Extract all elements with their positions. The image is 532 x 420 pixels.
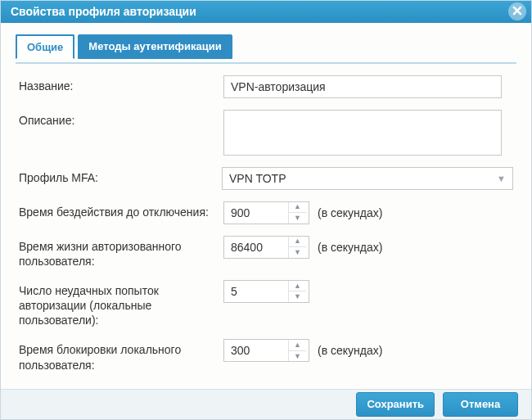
save-button-label: Сохранить	[367, 398, 424, 410]
spinner-down-icon[interactable]: ▼	[289, 212, 306, 224]
fail-spinner[interactable]: ▲ ▼	[223, 280, 309, 303]
block-unit: (в секундах)	[318, 344, 382, 357]
description-input[interactable]	[223, 110, 502, 156]
name-input[interactable]	[223, 75, 502, 98]
row-name: Название:	[19, 75, 513, 98]
save-button[interactable]: Сохранить	[356, 392, 435, 417]
window-title: Свойства профиля авторизации	[11, 5, 196, 18]
row-mfa: Профиль MFA: VPN TOTP ▼	[19, 167, 513, 190]
close-button[interactable]	[508, 2, 526, 20]
cancel-button[interactable]: Отмена	[443, 392, 518, 417]
content-area: Общие Методы аутентификации Название: Оп…	[1, 23, 531, 389]
row-idle: Время бездействия до отключения: ▲ ▼ (в …	[19, 201, 513, 224]
spinner-up-icon[interactable]: ▲	[289, 340, 306, 350]
row-ttl: Время жизни авторизованного пользователя…	[19, 236, 513, 269]
tab-panel-general: Название: Описание: Профиль MFA: VPN TOT…	[16, 62, 516, 389]
spinner-buttons: ▲ ▼	[288, 237, 306, 258]
spinner-up-icon[interactable]: ▲	[289, 281, 306, 291]
idle-spinner[interactable]: ▲ ▼	[223, 201, 309, 224]
row-fail: Число неудачных попыток авторизации (лок…	[19, 280, 513, 328]
mfa-label: Профиль MFA:	[19, 167, 222, 185]
idle-unit: (в секундах)	[318, 206, 382, 219]
ttl-spinner[interactable]: ▲ ▼	[223, 236, 309, 259]
block-input[interactable]	[224, 340, 288, 361]
row-block: Время блокировки локального пользователя…	[19, 339, 513, 372]
dialog-footer: Сохранить Отмена	[1, 389, 531, 419]
spinner-up-icon[interactable]: ▲	[289, 237, 306, 247]
titlebar: Свойства профиля авторизации	[1, 1, 531, 23]
row-description: Описание:	[19, 110, 513, 156]
block-spinner[interactable]: ▲ ▼	[223, 339, 309, 362]
mfa-value: VPN TOTP	[229, 172, 286, 185]
tab-auth-methods[interactable]: Методы аутентификации	[78, 34, 232, 59]
spinner-down-icon[interactable]: ▼	[289, 350, 306, 362]
tab-label: Методы аутентификации	[88, 40, 221, 52]
spinner-buttons: ▲ ▼	[288, 281, 306, 302]
fail-input[interactable]	[224, 281, 288, 302]
spinner-buttons: ▲ ▼	[288, 340, 306, 361]
close-icon	[512, 5, 522, 18]
chevron-down-icon: ▼	[497, 174, 506, 183]
name-label: Название:	[19, 75, 223, 93]
spinner-buttons: ▲ ▼	[288, 202, 306, 224]
ttl-unit: (в секундах)	[318, 241, 382, 254]
ttl-label: Время жизни авторизованного пользователя…	[19, 236, 223, 269]
cancel-button-label: Отмена	[461, 398, 500, 410]
description-label: Описание:	[19, 110, 223, 128]
idle-input[interactable]	[224, 202, 288, 224]
block-label: Время блокировки локального пользователя…	[19, 339, 223, 372]
spinner-up-icon[interactable]: ▲	[289, 202, 306, 213]
spinner-down-icon[interactable]: ▼	[289, 291, 306, 302]
fail-label: Число неудачных попыток авторизации (лок…	[19, 280, 223, 328]
idle-label: Время бездействия до отключения:	[19, 201, 223, 219]
mfa-select[interactable]: VPN TOTP ▼	[222, 167, 513, 190]
ttl-input[interactable]	[224, 237, 288, 258]
tab-label: Общие	[27, 41, 63, 53]
spinner-down-icon[interactable]: ▼	[289, 246, 306, 258]
dialog-window: Свойства профиля авторизации Общие Метод…	[0, 0, 532, 420]
tab-bar: Общие Методы аутентификации	[16, 34, 516, 59]
tab-general[interactable]: Общие	[16, 34, 74, 59]
